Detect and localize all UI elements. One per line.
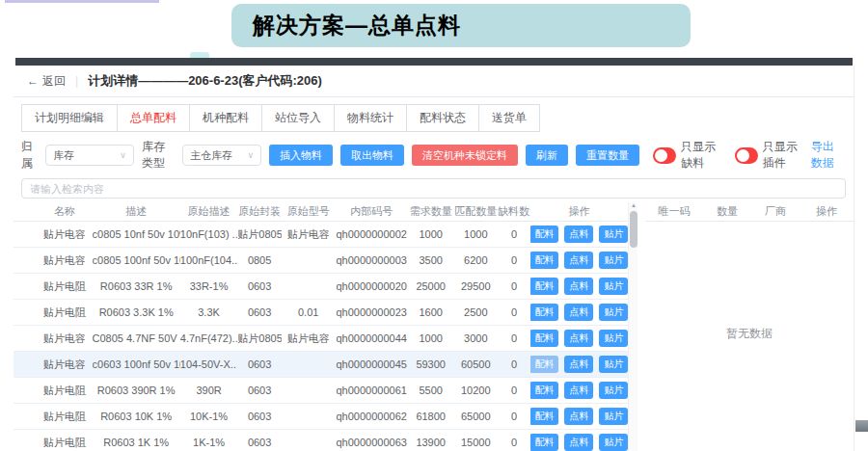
- smt-button[interactable]: 贴片: [599, 330, 628, 347]
- allocate-button[interactable]: 配料: [530, 408, 559, 425]
- smt-button[interactable]: 贴片: [599, 382, 628, 399]
- table-cell: 0805: [237, 254, 282, 266]
- table-cell: 贴片电容: [37, 227, 93, 242]
- refresh-button[interactable]: 刷新: [526, 145, 568, 166]
- count-button[interactable]: 点料: [564, 278, 593, 295]
- window-top-bar: [15, 58, 853, 66]
- tab-0[interactable]: 计划明细编辑: [21, 104, 118, 132]
- row-actions: 配料点料贴片: [530, 356, 628, 373]
- table-row[interactable]: 贴片电容c0603 100nf 50v 10% 104104-50V-X...0…: [14, 352, 628, 378]
- tab-1[interactable]: 总单配料: [117, 104, 190, 132]
- table-cell: 贴片电阻: [37, 410, 93, 424]
- clear-unlocked-button[interactable]: 清空机种未锁定料: [412, 145, 518, 166]
- smt-button[interactable]: 贴片: [599, 304, 628, 321]
- count-button[interactable]: 点料: [564, 356, 593, 373]
- count-button[interactable]: 点料: [564, 408, 593, 425]
- table-cell: 59300: [408, 358, 454, 370]
- tab-2[interactable]: 机种配料: [189, 104, 262, 132]
- count-button[interactable]: 点料: [564, 304, 593, 321]
- table-cell: 10200: [453, 385, 498, 396]
- count-button[interactable]: 点料: [564, 434, 593, 451]
- table-cell: 1000: [408, 332, 454, 344]
- table-scrollbar[interactable]: ▲ ▼: [628, 202, 637, 451]
- takeout-material-button[interactable]: 取出物料: [340, 145, 404, 166]
- table-cell: qh0000000044: [335, 332, 407, 344]
- table-cell: 0: [498, 280, 530, 292]
- smt-button[interactable]: 贴片: [599, 226, 628, 243]
- table-cell: 贴片电容: [37, 253, 93, 268]
- table-cell: qh0000000062: [335, 411, 407, 422]
- table-row[interactable]: 贴片电阻R0603 390R 1%390R0603qh0000000061550…: [14, 378, 628, 404]
- table-row[interactable]: 贴片电阻R0603 33R 1%33R-1%0603qh000000002025…: [14, 274, 628, 300]
- allocate-button[interactable]: 配料: [530, 278, 559, 295]
- scroll-up-icon[interactable]: ▲: [629, 202, 638, 208]
- table-cell: 1000: [408, 228, 454, 240]
- export-data-link[interactable]: 导出数据: [811, 139, 844, 172]
- tab-6[interactable]: 送货单: [478, 104, 540, 132]
- column-header: 操作: [530, 204, 628, 219]
- table-cell: 0: [498, 385, 530, 396]
- column-header: 内部码号: [335, 204, 407, 219]
- table-cell: 0: [498, 437, 530, 448]
- search-input[interactable]: [21, 178, 846, 199]
- edge-scrollbar-thumb[interactable]: [855, 420, 868, 432]
- allocate-button[interactable]: 配料: [530, 434, 559, 451]
- allocate-button[interactable]: 配料: [530, 252, 559, 269]
- table-cell: 4.7nF(472)...: [180, 332, 238, 344]
- allocate-button[interactable]: 配料: [530, 304, 559, 321]
- count-button[interactable]: 点料: [564, 382, 593, 399]
- count-button[interactable]: 点料: [564, 252, 593, 269]
- show-plugin-toggle[interactable]: [735, 147, 758, 164]
- table-row[interactable]: 贴片电阻R0603 10K 1%10K-1%0603qh000000006261…: [14, 404, 628, 430]
- owner-select[interactable]: 库存 ∨: [45, 145, 134, 166]
- table-row[interactable]: 贴片电阻R0603 1K 1%1K-1%0603qh00000000631390…: [14, 430, 628, 451]
- table-cell: 0603: [237, 306, 282, 318]
- breadcrumb: ← 返回 | 计划详情————206-6-23(客户代码:206): [14, 66, 854, 96]
- app-content: ← 返回 | 计划详情————206-6-23(客户代码:206) 计划明细编辑…: [14, 66, 854, 451]
- table-cell: 贴片电阻: [37, 279, 93, 294]
- table-row[interactable]: 贴片电容c0805 10nf 50v 10%10nF(103) ...贴片080…: [14, 222, 628, 248]
- allocate-button[interactable]: 配料: [530, 356, 559, 373]
- top-decoration-strip: [5, 0, 159, 3]
- tab-4[interactable]: 物料统计: [334, 104, 407, 132]
- show-shortage-toggle[interactable]: [653, 147, 676, 164]
- back-arrow-icon: ←: [27, 74, 39, 88]
- table-row[interactable]: 贴片电容c0805 100nf 50v 10%100nF(104...0805q…: [14, 248, 628, 274]
- count-button[interactable]: 点料: [564, 226, 593, 243]
- chevron-down-icon: ∨: [120, 150, 126, 160]
- show-shortage-label: 只显示缺料: [681, 139, 721, 172]
- table-row[interactable]: 贴片电容C0805 4.7NF 50V 10% ...4.7nF(472)...…: [14, 326, 628, 352]
- tab-5[interactable]: 配料状态: [406, 104, 479, 132]
- smt-button[interactable]: 贴片: [599, 356, 628, 373]
- back-button[interactable]: ← 返回: [27, 73, 66, 90]
- column-header: 操作: [800, 204, 854, 219]
- smt-button[interactable]: 贴片: [599, 252, 628, 269]
- allocate-button[interactable]: 配料: [530, 382, 559, 399]
- table-row[interactable]: 贴片电阻R0603 3.3K 1%3.3K06030.01qh000000002…: [14, 300, 628, 326]
- stock-type-select-value: 主仓库存: [190, 148, 232, 163]
- table-cell: 25000: [408, 280, 454, 292]
- allocate-button[interactable]: 配料: [530, 330, 559, 347]
- column-header: 原始描述: [180, 204, 238, 219]
- smt-button[interactable]: 贴片: [599, 408, 628, 425]
- table-cell: 0603: [237, 358, 282, 370]
- table-cell: 5500: [408, 385, 454, 396]
- allocate-button[interactable]: 配料: [530, 226, 559, 243]
- table-cell: qh0000000020: [335, 280, 407, 292]
- count-button[interactable]: 点料: [564, 330, 593, 347]
- table-cell: 贴片0805: [237, 227, 282, 242]
- stock-type-select[interactable]: 主仓库存 ∨: [182, 145, 261, 166]
- table-cell: qh0000000023: [335, 306, 407, 318]
- insert-material-button[interactable]: 插入物料: [269, 145, 333, 166]
- smt-button[interactable]: 贴片: [599, 434, 628, 451]
- table-cell: 0603: [237, 437, 282, 448]
- reset-quantity-button[interactable]: 重置数量: [576, 145, 639, 166]
- table-cell: R0603 1K 1%: [93, 437, 180, 448]
- table-cell: 0.01: [282, 306, 336, 318]
- toolbar: 归属 库存 ∨ 库存类型 主仓库存 ∨ 插入物料 取出物料 清空机种未锁定料 刷…: [14, 132, 854, 172]
- scrollbar-thumb[interactable]: [630, 211, 637, 248]
- tab-3[interactable]: 站位导入: [261, 104, 335, 132]
- table-cell: qh0000000063: [335, 437, 407, 448]
- table-cell: c0805 10nf 50v 10%: [93, 228, 180, 240]
- smt-button[interactable]: 贴片: [599, 278, 628, 295]
